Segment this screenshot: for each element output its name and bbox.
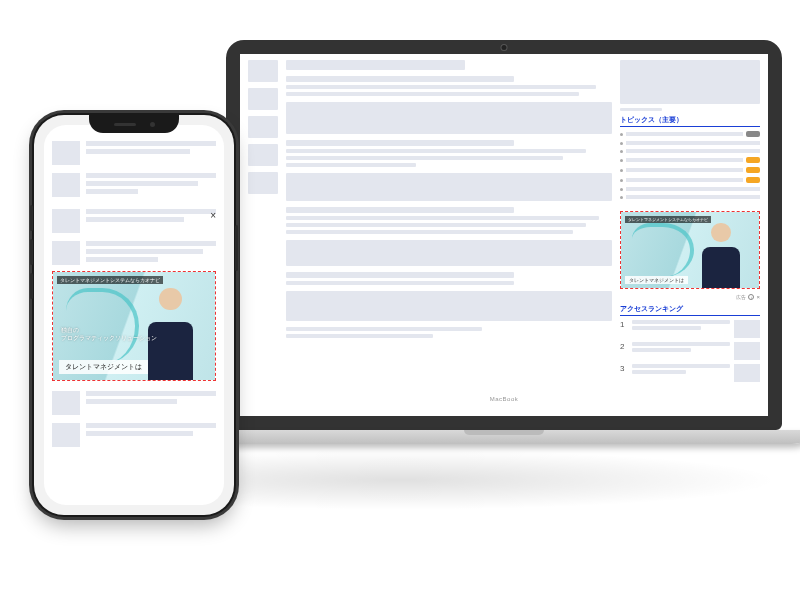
thumb-placeholder <box>52 141 80 165</box>
ad-creative: タレントマネジメントシステムならカオナビ 独自の プログラマティックソリューショ… <box>53 272 215 380</box>
topic-item[interactable] <box>620 149 760 153</box>
line-placeholder <box>86 423 216 428</box>
topic-item[interactable] <box>620 167 760 173</box>
line-placeholder <box>626 141 760 145</box>
line-placeholder <box>286 140 514 146</box>
phone-ad-slot[interactable]: タレントマネジメントシステムならカオナビ 独自の プログラマティックソリューショ… <box>52 271 216 381</box>
line-placeholder <box>626 195 760 199</box>
laptop-screen: トピックス（主要） タレントマネジメントシス <box>240 54 768 416</box>
line-placeholder <box>632 320 730 324</box>
rank-number: 2 <box>620 342 628 351</box>
line-placeholder <box>86 249 203 254</box>
line-placeholder <box>626 178 743 182</box>
ad-info-icon[interactable]: i <box>748 294 754 300</box>
feed-item[interactable] <box>52 391 216 415</box>
line-placeholder <box>86 257 158 262</box>
rank-lines <box>632 364 730 374</box>
sidebar-ad-slot[interactable]: タレントマネジメントシステムならカオナビ タレントマネジメントは <box>620 211 760 289</box>
thumb-placeholder <box>248 88 278 110</box>
ad-label-text: 広告 <box>736 294 746 300</box>
block-placeholder <box>286 240 612 266</box>
phone-feed <box>52 209 216 265</box>
laptop-lid: トピックス（主要） タレントマネジメントシス <box>226 40 782 430</box>
line-placeholder <box>626 132 743 136</box>
thumb-placeholder <box>52 391 80 415</box>
line-placeholder <box>286 207 514 213</box>
line-placeholder <box>86 149 190 154</box>
ad-tag: タレントマネジメントシステムならカオナビ <box>57 276 163 284</box>
bullet-icon <box>620 169 623 172</box>
topic-item[interactable] <box>620 141 760 145</box>
thumb-placeholder <box>52 209 80 233</box>
line-placeholder <box>86 391 216 396</box>
rank-thumb <box>734 320 760 338</box>
lines <box>86 173 216 197</box>
feed-item[interactable] <box>52 209 216 233</box>
topic-item[interactable] <box>620 187 760 191</box>
line-placeholder <box>286 85 596 89</box>
ad-headline: 独自の プログラマティックソリューション <box>61 326 157 343</box>
line-placeholder <box>286 156 563 160</box>
laptop-right-sidebar: トピックス（主要） タレントマネジメントシス <box>620 60 760 410</box>
feed-item[interactable] <box>52 423 216 447</box>
ranking-item[interactable]: 1 <box>620 320 760 338</box>
article-placeholder <box>286 272 612 285</box>
ad-headline-line: 独自の <box>61 326 157 334</box>
rank-lines <box>632 342 730 352</box>
phone-notch <box>89 115 179 133</box>
close-icon[interactable]: × <box>210 211 216 221</box>
ad-close-icon[interactable]: × <box>756 294 760 300</box>
line-placeholder <box>286 149 586 153</box>
thumb-placeholder <box>52 241 80 265</box>
line-placeholder <box>626 149 760 153</box>
ranking-item[interactable]: 2 <box>620 342 760 360</box>
phone-frame: × × <box>34 115 234 515</box>
ranking-item[interactable]: 3 <box>620 364 760 382</box>
feed-item[interactable] <box>52 241 216 265</box>
ad-tag: タレントマネジメントシステムならカオナビ <box>625 216 711 223</box>
topic-item[interactable] <box>620 195 760 199</box>
laptop-left-rail <box>248 60 278 410</box>
badge-new <box>746 177 760 183</box>
bullet-icon <box>620 188 623 191</box>
line-placeholder <box>86 241 216 246</box>
line-placeholder <box>286 163 416 167</box>
bullet-icon <box>620 196 623 199</box>
line-placeholder <box>286 223 586 227</box>
topic-item[interactable] <box>620 157 760 163</box>
rank-thumb <box>734 364 760 382</box>
lines <box>86 391 216 415</box>
thumb-placeholder <box>52 173 80 197</box>
lines <box>86 141 216 165</box>
topic-item[interactable] <box>620 131 760 137</box>
ad-caption: タレントマネジメントは <box>59 360 148 374</box>
phone-mockup: × × <box>34 115 234 515</box>
line-placeholder <box>286 334 433 338</box>
line-placeholder <box>86 141 216 146</box>
thumb-placeholder <box>248 144 278 166</box>
ad-headline-line: プログラマティックソリューション <box>61 334 157 342</box>
ranking-heading: アクセスランキング <box>620 304 760 316</box>
line-placeholder <box>286 281 514 285</box>
ad-placeholder-top <box>620 60 760 104</box>
line-placeholder <box>620 108 662 111</box>
lines <box>86 241 216 265</box>
topic-item[interactable] <box>620 177 760 183</box>
line-placeholder <box>626 187 760 191</box>
block-placeholder <box>286 102 612 134</box>
bullet-icon <box>620 179 623 182</box>
laptop-main-feed <box>286 60 612 410</box>
ad-creative: タレントマネジメントシステムならカオナビ タレントマネジメントは <box>621 212 759 288</box>
phone-screen: × × <box>44 125 224 505</box>
badge-new <box>746 157 760 163</box>
speaker-icon <box>114 123 136 126</box>
phone-feed <box>52 141 216 197</box>
badge-generic <box>746 131 760 137</box>
laptop-mockup: トピックス（主要） タレントマネジメントシス <box>226 40 782 444</box>
feed-item[interactable] <box>52 173 216 197</box>
article-placeholder <box>286 291 612 321</box>
line-placeholder <box>286 327 482 331</box>
feed-item[interactable] <box>52 141 216 165</box>
ad-logo-shape <box>632 223 694 276</box>
line-placeholder <box>632 342 730 346</box>
